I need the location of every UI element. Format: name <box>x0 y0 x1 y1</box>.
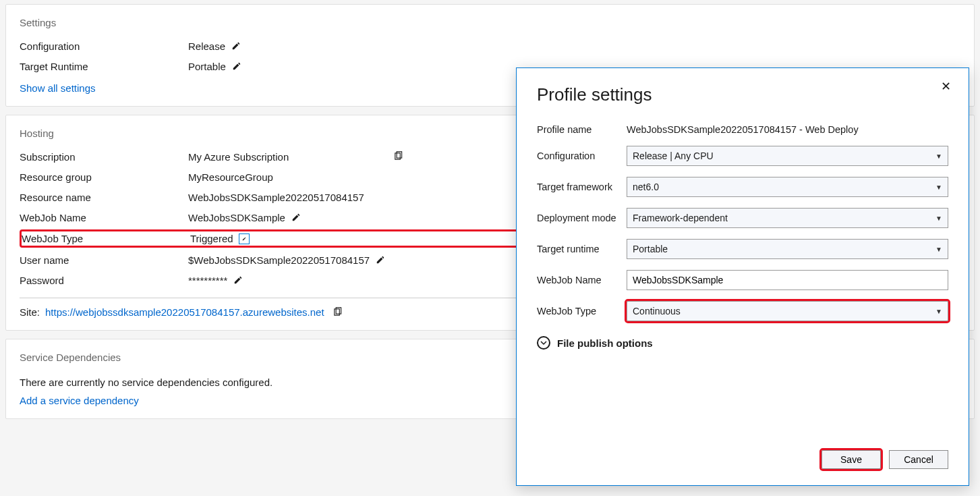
target-runtime-text: Portable <box>188 61 226 72</box>
target-runtime-select[interactable]: Portable ▼ <box>627 239 948 259</box>
password-text: ********** <box>188 275 227 286</box>
webjob-type-label: WebJob Type <box>22 233 190 244</box>
dialog-webjob-name-row: WebJob Name <box>537 270 948 290</box>
add-service-dependency-link[interactable]: Add a service dependency <box>20 395 139 406</box>
resource-group-text: MyResourceGroup <box>188 171 273 183</box>
configuration-select[interactable]: Release | Any CPU ▼ <box>627 146 948 166</box>
user-name-value: $WebJobsSDKSample20220517084157 <box>188 254 386 266</box>
profile-name-row: Profile name WebJobsSDKSample20220517084… <box>537 124 948 135</box>
file-publish-label: File publish options <box>557 337 653 349</box>
deployment-mode-select-text: Framework-dependent <box>633 213 728 223</box>
webjob-name-text: WebJobsSDKSample <box>188 212 285 223</box>
webjob-name-value: WebJobsSDKSample <box>188 212 301 223</box>
copy-site-icon[interactable] <box>333 307 343 318</box>
target-runtime-value: Portable <box>188 61 242 72</box>
webjob-type-select[interactable]: Continuous ▼ <box>627 301 948 321</box>
target-runtime-select-text: Portable <box>633 244 668 254</box>
save-button[interactable]: Save <box>822 450 881 469</box>
site-link[interactable]: https://webjobssdksample20220517084157.a… <box>45 306 324 318</box>
target-framework-select-text: net6.0 <box>633 182 659 192</box>
password-label: Password <box>20 275 188 286</box>
resource-name-text: WebJobsSDKSample20220517084157 <box>188 192 364 203</box>
configuration-row: Configuration Release <box>20 38 960 54</box>
subscription-text: My Azure Subscription <box>188 151 289 163</box>
edit-webjob-name-icon[interactable] <box>291 212 301 223</box>
subscription-label: Subscription <box>20 151 188 163</box>
profile-name-value: WebJobsSDKSample20220517084157 - Web Dep… <box>627 124 948 135</box>
dialog-webjob-type-label: WebJob Type <box>537 306 627 316</box>
edit-password-icon[interactable] <box>233 275 243 285</box>
edit-target-runtime-icon[interactable] <box>231 61 242 72</box>
chevron-down-icon: ▼ <box>935 184 942 191</box>
target-framework-label: Target framework <box>537 182 627 192</box>
webjob-type-text: Triggered <box>190 233 233 244</box>
edit-webjob-type-icon[interactable] <box>239 233 250 244</box>
chevron-down-icon: ▼ <box>935 215 942 222</box>
deployment-mode-select[interactable]: Framework-dependent ▼ <box>627 208 948 228</box>
svg-rect-3 <box>336 307 341 313</box>
chevron-down-icon: ▼ <box>935 308 942 315</box>
file-publish-options-expander[interactable]: File publish options <box>537 336 948 350</box>
expand-icon <box>537 336 550 350</box>
profile-settings-dialog: ✕ Profile settings Profile name WebJobsS… <box>516 67 969 486</box>
copy-subscription-icon[interactable] <box>393 151 404 162</box>
webjob-type-select-text: Continuous <box>633 306 681 316</box>
chevron-down-icon: ▼ <box>935 153 942 160</box>
dialog-target-runtime-row: Target runtime Portable ▼ <box>537 239 948 259</box>
dialog-webjob-type-row: WebJob Type Continuous ▼ <box>537 301 948 321</box>
settings-title: Settings <box>20 17 960 28</box>
edit-configuration-icon[interactable] <box>231 40 241 51</box>
dialog-title: Profile settings <box>537 84 948 105</box>
show-all-settings-link[interactable]: Show all settings <box>20 82 96 94</box>
edit-user-name-icon[interactable] <box>375 254 386 265</box>
profile-name-label: Profile name <box>537 124 627 135</box>
webjob-name-input[interactable] <box>627 270 948 290</box>
configuration-text: Release <box>188 40 225 52</box>
close-dialog-button[interactable]: ✕ <box>937 79 955 94</box>
webjob-name-label: WebJob Name <box>20 212 188 223</box>
dialog-configuration-row: Configuration Release | Any CPU ▼ <box>537 146 948 166</box>
site-label: Site: <box>20 306 40 318</box>
user-name-text: $WebJobsSDKSample20220517084157 <box>188 254 370 266</box>
target-framework-select[interactable]: net6.0 ▼ <box>627 177 948 197</box>
dialog-configuration-label: Configuration <box>537 150 627 161</box>
webjob-type-value: Triggered <box>190 233 250 244</box>
subscription-value: My Azure Subscription <box>188 151 404 163</box>
resource-group-label: Resource group <box>20 171 188 183</box>
configuration-label: Configuration <box>20 40 188 52</box>
dialog-webjob-name-label: WebJob Name <box>537 275 627 285</box>
configuration-value: Release <box>188 40 241 52</box>
resource-name-label: Resource name <box>20 192 188 203</box>
svg-rect-0 <box>395 153 401 159</box>
dialog-footer: Save Cancel <box>537 450 948 469</box>
target-runtime-label: Target Runtime <box>20 61 188 72</box>
configuration-select-text: Release | Any CPU <box>633 150 714 161</box>
svg-rect-2 <box>334 308 339 314</box>
password-value: ********** <box>188 275 243 286</box>
chevron-down-icon: ▼ <box>935 246 942 253</box>
svg-rect-1 <box>397 152 402 158</box>
dialog-target-runtime-label: Target runtime <box>537 244 627 254</box>
user-name-label: User name <box>20 254 188 266</box>
cancel-button[interactable]: Cancel <box>889 450 948 469</box>
deployment-mode-label: Deployment mode <box>537 213 627 223</box>
target-framework-row: Target framework net6.0 ▼ <box>537 177 948 197</box>
deployment-mode-row: Deployment mode Framework-dependent ▼ <box>537 208 948 228</box>
